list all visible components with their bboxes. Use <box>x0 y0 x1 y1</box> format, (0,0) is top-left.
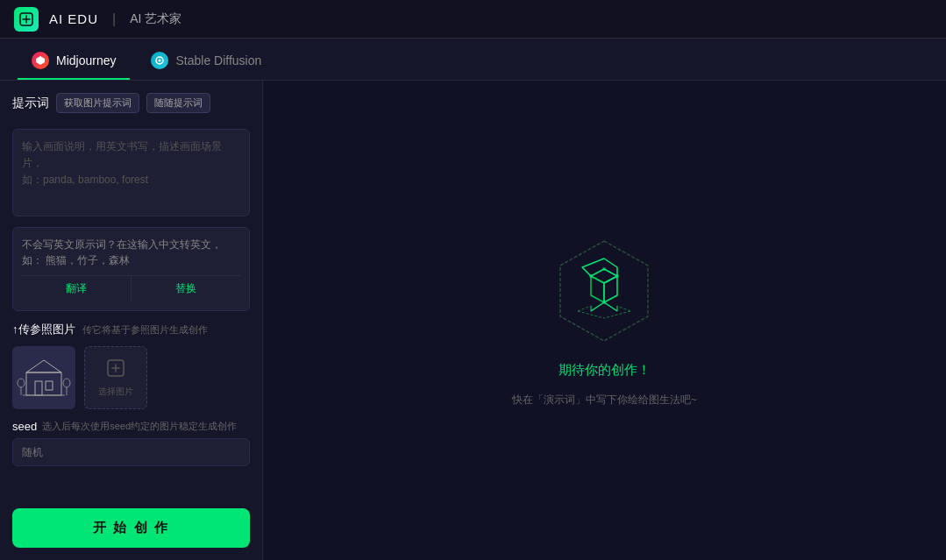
midjourney-tab-icon <box>32 52 49 69</box>
app-logo <box>14 7 39 32</box>
svg-line-16 <box>604 302 617 311</box>
empty-state: 期待你的创作！ 快在「演示词」中写下你绘给图生法吧~ <box>512 234 697 408</box>
svg-rect-3 <box>14 348 74 408</box>
app-title: AI EDU <box>49 11 98 26</box>
tab-bar: Midjourney Stable Diffusion <box>0 39 946 81</box>
seed-input[interactable] <box>12 438 250 466</box>
svg-line-20 <box>617 306 630 311</box>
uploaded-image-1 <box>12 346 75 409</box>
svg-point-25 <box>615 274 619 278</box>
prompt-textarea[interactable] <box>12 129 250 216</box>
translate-btn[interactable]: 翻译 <box>22 276 131 301</box>
empty-state-title: 期待你的创作！ <box>558 362 651 379</box>
upload-hint: 传它将基于参照图片生成创作 <box>82 323 208 337</box>
empty-state-icon <box>547 234 661 348</box>
svg-point-2 <box>159 60 161 62</box>
tab-stable-diffusion[interactable]: Stable Diffusion <box>137 43 275 80</box>
stable-diffusion-tab-label: Stable Diffusion <box>175 53 261 67</box>
upload-images: 选择图片 <box>12 346 250 409</box>
header-divider: | <box>112 11 116 27</box>
svg-line-21 <box>578 311 604 318</box>
svg-point-23 <box>602 267 606 271</box>
svg-line-15 <box>591 302 604 311</box>
translation-box: 不会写英文原示词？在这输入中文转英文，如： 熊猫，竹子，森林 翻译 替换 <box>12 227 250 311</box>
seed-header: seed 选入后每次使用seed约定的图片稳定生成创作 <box>12 420 250 433</box>
stable-diffusion-tab-icon <box>151 52 168 69</box>
svg-point-24 <box>589 274 593 278</box>
upload-add-text: 选择图片 <box>98 386 133 398</box>
upload-add-btn[interactable]: 选择图片 <box>84 346 147 409</box>
empty-state-subtitle: 快在「演示词」中写下你绘给图生法吧~ <box>512 393 697 408</box>
upload-label: ↑传参照图片 <box>12 322 75 337</box>
upload-header: ↑传参照图片 传它将基于参照图片生成创作 <box>12 322 250 337</box>
add-image-icon <box>106 358 125 382</box>
upload-section: ↑传参照图片 传它将基于参照图片生成创作 <box>12 322 250 409</box>
right-panel: 期待你的创作！ 快在「演示词」中写下你绘给图生法吧~ <box>263 81 946 560</box>
svg-line-22 <box>604 311 630 318</box>
seed-hint: 选入后每次使用seed约定的图片稳定生成创作 <box>42 420 250 433</box>
app-subtitle: AI 艺术家 <box>130 11 181 27</box>
start-button[interactable]: 开 始 创 作 <box>12 508 250 548</box>
main-content: 提示词 获取图片提示词 随随提示词 不会写英文原示词？在这输入中文转英文，如： … <box>0 81 946 560</box>
seed-label: seed <box>12 420 37 433</box>
left-panel: 提示词 获取图片提示词 随随提示词 不会写英文原示词？在这输入中文转英文，如： … <box>0 81 263 560</box>
prompt-label: 提示词 <box>12 96 49 111</box>
app-header: AI EDU | AI 艺术家 <box>0 0 946 39</box>
svg-point-26 <box>602 301 606 304</box>
random-prompt-btn[interactable]: 随随提示词 <box>146 93 210 113</box>
extract-prompt-btn[interactable]: 获取图片提示词 <box>56 93 139 113</box>
translation-hint: 不会写英文原示词？在这输入中文转英文，如： 熊猫，竹子，森林 <box>22 237 240 268</box>
translation-actions: 翻译 替换 <box>22 275 240 301</box>
seed-section: seed 选入后每次使用seed约定的图片稳定生成创作 <box>12 420 250 466</box>
midjourney-tab-label: Midjourney <box>56 53 116 67</box>
prompt-section-header: 提示词 获取图片提示词 随随提示词 <box>12 93 250 113</box>
replace-btn[interactable]: 替换 <box>131 276 240 301</box>
svg-line-19 <box>578 306 591 311</box>
tab-midjourney[interactable]: Midjourney <box>18 43 130 80</box>
